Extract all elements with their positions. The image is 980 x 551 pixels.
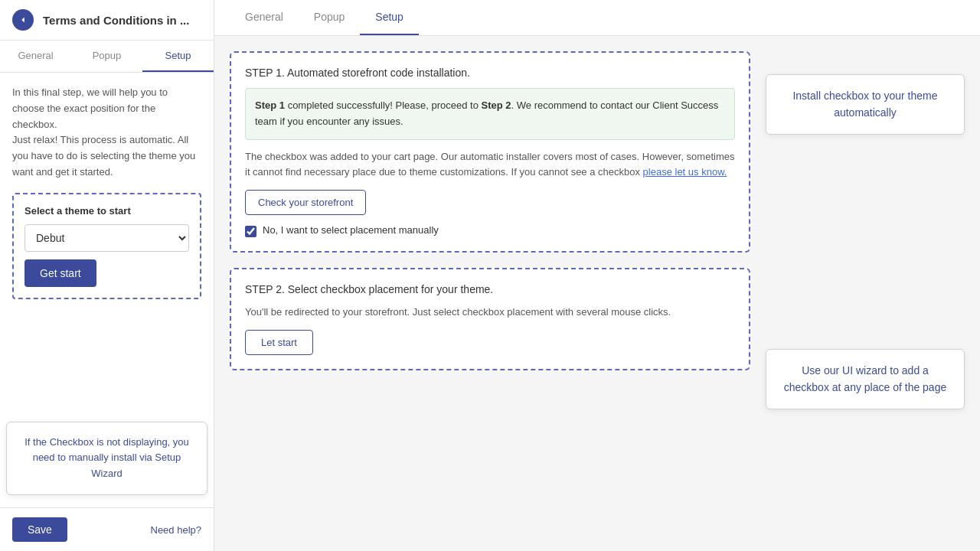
let-start-button[interactable]: Let start [245,330,313,355]
manual-install-text: If the Checkbox is not displaying, you n… [21,435,193,482]
step2-title-main: Select checkbox placement for your theme… [288,283,493,295]
step1-text1: completed successfully! Please, proceed … [285,99,482,111]
page-title: Terms and Conditions in ... [43,14,189,27]
tooltip2-box: Use our UI wizard to add a checkbox at a… [766,349,965,409]
steps-column: STEP 1. Automated storefront code instal… [230,51,750,536]
right-tab-popup[interactable]: Popup [299,0,360,35]
left-header: Terms and Conditions in ... [0,0,214,41]
right-tab-bar: General Popup Setup [214,0,980,36]
right-tab-setup[interactable]: Setup [360,0,419,35]
tooltip1-box: Install checkbox to your theme automatic… [766,74,965,135]
step2-title-prefix: STEP 2. [245,283,288,295]
tab-setup[interactable]: Setup [142,41,214,72]
left-panel: Terms and Conditions in ... General Popu… [0,0,214,551]
tab-general[interactable]: General [0,41,71,72]
tooltip1-text: Install checkbox to your theme automatic… [780,87,950,122]
manual-placement-checkbox[interactable] [245,226,256,237]
manual-placement-row: No, I want to select placement manually [245,224,735,237]
let-start-button-wrap: Let start [245,321,735,355]
left-content: In this final step, we will help you to … [0,73,214,422]
left-footer: Save Need help? [0,507,214,551]
manual-placement-label: No, I want to select placement manually [263,224,439,236]
back-button[interactable] [12,9,34,31]
tooltips-column: Install checkbox to your theme automatic… [766,51,965,536]
step1-bold2: Step 2 [482,99,511,111]
theme-select-box: Select a theme to start Debut Dawn Minim… [12,193,201,299]
step2-desc: You'll be redirected to your storefront.… [245,305,735,321]
step2-title: STEP 2. Select checkbox placement for yo… [245,283,735,295]
right-panel: General Popup Setup STEP 1. Automated st… [214,0,980,551]
save-button[interactable]: Save [12,517,67,542]
step1-success-box: Step 1 completed successfully! Please, p… [245,88,735,140]
theme-dropdown[interactable]: Debut Dawn Minimal [24,224,189,252]
check-storefront-button[interactable]: Check your storefront [245,190,366,215]
right-tab-general[interactable]: General [230,0,299,35]
step1-title-prefix: STEP 1. [245,67,287,79]
check-storefront-button-wrap: Check your storefront [245,190,735,224]
please-let-us-know-link[interactable]: please let us know. [643,166,727,178]
tab-popup[interactable]: Popup [71,41,142,72]
step1-desc: The checkbox was added to your cart page… [245,149,735,181]
manual-install-tooltip: If the Checkbox is not displaying, you n… [6,422,207,495]
step1-title: STEP 1. Automated storefront code instal… [245,67,735,79]
need-help-link[interactable]: Need help? [151,524,202,536]
get-start-button[interactable]: Get start [24,259,96,287]
tooltip2-text: Use our UI wizard to add a checkbox at a… [780,362,950,396]
setup-description: In this final step, we will help you to … [12,85,201,181]
step2-box: STEP 2. Select checkbox placement for yo… [230,268,750,370]
right-content: STEP 1. Automated storefront code instal… [214,36,980,551]
theme-select-label: Select a theme to start [24,205,189,217]
step1-box: STEP 1. Automated storefront code instal… [230,51,750,253]
left-tab-bar: General Popup Setup [0,41,214,73]
step1-title-main: Automated storefront code installation. [287,67,470,79]
step1-bold1: Step 1 [255,99,285,111]
